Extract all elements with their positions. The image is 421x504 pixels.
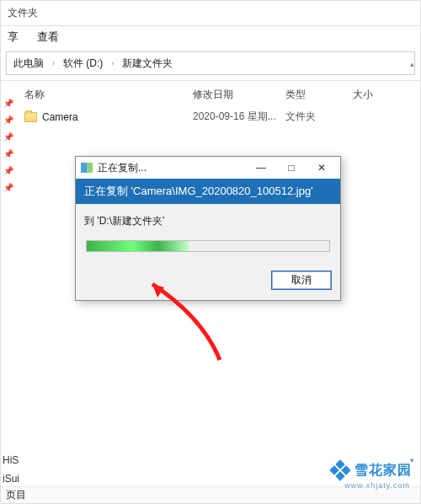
col-date[interactable]: 修改日期 [193,86,285,104]
file-date: 2020-09-16 星期... [193,110,285,124]
dialog-title: 正在复制... [98,161,246,175]
copy-source-file: Camera\IMG_20200820_100512.jpg [133,185,311,197]
file-name: Camera [42,111,78,123]
file-type: 文件夹 [285,110,353,124]
crumb-this-pc[interactable]: 此电脑 [13,56,44,71]
column-headers: 名称 修改日期 类型 大小 [1,81,420,107]
sidebar-item-label[interactable]: HiS [3,454,19,466]
progress-fill [87,241,189,251]
snowflake-icon [331,461,349,480]
watermark-url: www.xhjaty.com [344,481,410,490]
chevron-right-icon: › [111,59,114,67]
copy-destination: 到 'D:\新建文件夹' [84,214,332,228]
dialog-title-bar[interactable]: 正在复制... — □ ✕ [76,157,340,179]
pin-icon: 📌 [3,149,12,158]
crumb-folder[interactable]: 新建文件夹 [122,56,173,71]
menu-view[interactable]: 查看 [37,30,59,45]
sidebar-peek: HiS iSui [1,454,19,485]
status-text: 页目 [6,488,26,502]
pin-icon: 📌 [3,132,12,141]
chevron-right-icon: › [52,59,55,67]
menu-share[interactable]: 享 [8,30,19,45]
pin-icon: 📌 [3,99,12,107]
copy-dialog: 正在复制... — □ ✕ 正在复制 'Camera\IMG_20200820_… [75,156,341,301]
dialog-banner: 正在复制 'Camera\IMG_20200820_100512.jpg' [76,179,340,204]
pin-icon: 📌 [3,166,12,174]
watermark-logo: 雪花家园 [331,461,412,480]
close-button[interactable]: ✕ [306,158,337,177]
copy-icon [81,163,93,173]
scrollbar[interactable]: ▴ ▾ [406,58,418,466]
maximize-button[interactable]: □ [276,158,306,177]
pin-icon: 📌 [3,183,12,191]
minimize-button[interactable]: — [246,158,276,177]
table-row[interactable]: Camera 2020-09-16 星期... 文件夹 [1,107,420,126]
title-bar: 文件夹 [1,1,420,26]
progress-bar [86,240,330,252]
sidebar-item-label[interactable]: iSui [3,473,19,485]
pinned-strip: 📌 📌 📌 📌 📌 📌 [3,99,12,191]
col-name[interactable]: 名称 [24,86,193,104]
address-bar[interactable]: 此电脑 › 软件 (D:) › 新建文件夹 [6,51,415,75]
pin-icon: 📌 [3,115,12,124]
menu-bar: 享 查看 [1,26,420,48]
scroll-track[interactable] [406,70,418,454]
col-type[interactable]: 类型 [285,86,353,104]
crumb-drive[interactable]: 软件 (D:) [63,56,103,71]
scroll-up-icon[interactable]: ▴ [406,58,418,70]
cancel-button[interactable]: 取消 [271,271,332,290]
watermark-text: 雪花家园 [354,462,412,480]
folder-icon [24,112,37,122]
window-title: 文件夹 [8,6,38,20]
